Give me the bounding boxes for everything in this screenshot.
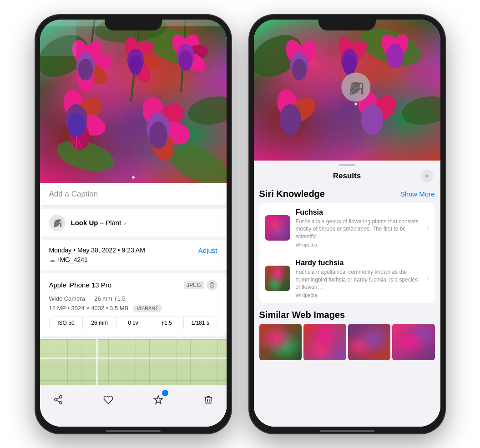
filename: IMG_4241 [58, 256, 88, 263]
lookup-row[interactable]: Look Up – Plant › [40, 209, 227, 237]
device-name: Apple iPhone 13 Pro [49, 281, 112, 289]
svg-point-2 [186, 92, 226, 128]
lookup-icon [49, 215, 66, 231]
fuchsia-name: Fuchsia [296, 208, 422, 216]
close-button[interactable]: × [420, 170, 433, 182]
similar-title: Similar Web Images [259, 310, 435, 320]
similar-section: Similar Web Images [259, 310, 435, 360]
right-home-bar [320, 430, 374, 432]
right-phone: Results × Siri Knowledge Show More Fuc [249, 15, 445, 433]
hardy-name: Hardy fuchsia [296, 259, 422, 267]
siri-leaf-icon [348, 79, 364, 95]
right-home-indicator [249, 431, 445, 433]
svg-point-70 [361, 104, 383, 135]
siri-dot [354, 102, 357, 105]
toolbar: i [40, 385, 227, 420]
fuchsia-chevron: › [427, 224, 429, 232]
lookup-chevron: › [124, 219, 126, 227]
vibrant-badge: VIBRANT [133, 305, 162, 312]
right-notch [318, 15, 376, 30]
fuchsia-photo [40, 20, 227, 183]
map-grid [40, 339, 227, 385]
results-panel: Results × Siri Knowledge Show More Fuc [254, 161, 440, 427]
format-badge: JPEG [184, 281, 203, 289]
share-icon [53, 395, 63, 405]
sparkles-icon [153, 395, 163, 405]
svg-point-61 [343, 55, 356, 75]
knowledge-card: Fuchsia Fuchsia is a genus of flowering … [259, 203, 435, 304]
similar-img-2[interactable] [303, 324, 346, 360]
left-screen: Add a Caption Look Up – Plant › [40, 20, 227, 427]
location-row: ☁ IMG_4241 [49, 256, 217, 263]
siri-knowledge-title: Siri Knowledge [259, 189, 325, 199]
siri-circle [341, 72, 370, 101]
notch [105, 15, 162, 30]
hardy-desc: Fuchsia magellanica, commonly known as t… [296, 268, 422, 291]
svg-point-50 [211, 283, 213, 286]
trash-icon [203, 395, 213, 405]
svg-point-46 [149, 121, 167, 149]
results-body: Siri Knowledge Show More Fuchsia Fuchsia… [254, 187, 440, 427]
siri-knowledge-header: Siri Knowledge Show More [259, 189, 435, 199]
svg-point-15 [78, 59, 93, 81]
results-title: Results [274, 171, 420, 181]
home-bar [106, 430, 161, 432]
knowledge-item-fuchsia[interactable]: Fuchsia Fuchsia is a genus of flowering … [259, 203, 435, 253]
similar-img-3[interactable] [348, 324, 391, 360]
similar-images [259, 324, 435, 360]
left-content-area: Add a Caption Look Up – Plant › [40, 183, 227, 427]
adjust-button[interactable]: Adjust [198, 247, 217, 254]
show-more-button[interactable]: Show More [400, 190, 435, 198]
fuchsia-info: Fuchsia Fuchsia is a genus of flowering … [296, 208, 422, 247]
knowledge-item-hardy[interactable]: Hardy fuchsia Fuchsia magellanica, commo… [259, 253, 435, 303]
scroll-dot [132, 176, 135, 179]
svg-point-37 [68, 112, 85, 138]
svg-point-53 [399, 92, 440, 128]
photo-area[interactable] [40, 20, 227, 183]
format-badges: JPEG [184, 280, 217, 291]
exif-iso: ISO 50 [50, 317, 83, 329]
hardy-source: Wikipedia [296, 292, 422, 298]
svg-point-31 [179, 50, 192, 71]
map-preview[interactable] [40, 339, 227, 385]
lookup-text: Look Up – Plant › [71, 219, 126, 227]
similar-img-1[interactable] [259, 324, 302, 360]
results-header: Results × [254, 166, 440, 187]
leaf-icon [53, 218, 62, 227]
svg-point-24 [129, 55, 142, 75]
svg-point-57 [292, 59, 307, 81]
svg-point-64 [386, 44, 404, 68]
hardy-info: Hardy fuchsia Fuchsia magellanica, commo… [296, 259, 422, 298]
device-section: Apple iPhone 13 Pro JPEG Wide Camera — 2… [40, 273, 227, 336]
share-button[interactable] [49, 391, 67, 409]
exif-row: ISO 50 26 mm 0 ev ƒ1.5 1/181 s [49, 317, 217, 329]
file-detail: 12 MP • 3024 × 4032 • 3.5 MB VIBRANT [49, 305, 217, 312]
similar-img-4[interactable] [392, 324, 435, 360]
exif-aperture: ƒ1.5 [150, 317, 184, 329]
fuchsia-source: Wikipedia [296, 242, 422, 247]
fuchsia-thumb [265, 215, 290, 241]
device-row: Apple iPhone 13 Pro JPEG [49, 280, 217, 291]
date-text: Monday • May 30, 2022 • 9:23 AM [49, 247, 145, 254]
home-indicator [35, 431, 231, 433]
hardy-thumb [265, 266, 290, 291]
info-button[interactable]: i [149, 391, 167, 409]
exif-ev: 0 ev [116, 317, 150, 329]
svg-rect-48 [40, 20, 76, 56]
location-badge-icon [207, 280, 217, 291]
delete-button[interactable] [199, 391, 217, 409]
left-phone: Add a Caption Look Up – Plant › [35, 15, 231, 433]
fuchsia-desc: Fuchsia is a genus of flowering plants t… [296, 218, 422, 241]
svg-point-67 [279, 104, 301, 135]
results-handle [254, 161, 440, 166]
caption-area[interactable]: Add a Caption [40, 183, 227, 206]
exif-shutter: 1/181 s [184, 317, 217, 329]
cloud-icon: ☁ [49, 256, 56, 263]
hardy-chevron: › [427, 274, 429, 282]
location-pin-icon [209, 282, 215, 288]
exif-mm: 26 mm [83, 317, 116, 329]
caption-placeholder[interactable]: Add a Caption [49, 190, 98, 198]
metadata-section: Monday • May 30, 2022 • 9:23 AM Adjust ☁… [40, 240, 227, 270]
favorite-button[interactable] [99, 391, 117, 409]
heart-icon [103, 395, 113, 405]
